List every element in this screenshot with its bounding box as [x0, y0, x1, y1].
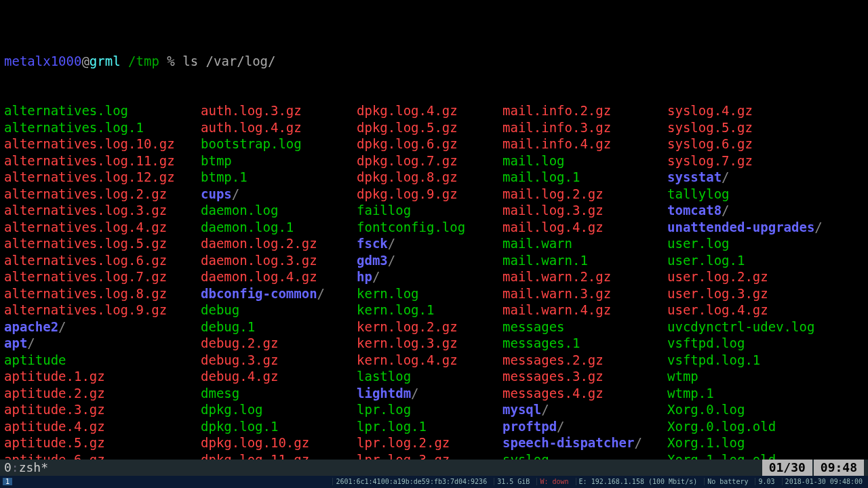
ls-entry: kern.log — [357, 285, 502, 302]
dir-entry: fsck — [357, 236, 388, 251]
ls-entry: kern.log.4.gz — [357, 352, 502, 369]
archive-entry: syslog.7.gz — [667, 153, 753, 168]
ls-entry: vsftpd.log — [667, 335, 745, 352]
ls-entry: tomcat8/ — [667, 202, 730, 219]
file-entry: vsftpd.log — [667, 336, 745, 350]
file-entry: wtmp — [667, 369, 698, 384]
file-entry: uvcdynctrl-udev.log — [667, 319, 814, 334]
ls-row: alternatives.log.12.gzbtmp.1dpkg.log.8.g… — [4, 169, 864, 186]
ls-entry: dmesg — [201, 385, 357, 402]
ls-row: apt/debug.2.gzkern.log.3.gzmessages.1vsf… — [4, 335, 864, 352]
archive-entry: alternatives.log.11.gz — [4, 153, 175, 168]
dir-slash: / — [722, 169, 729, 184]
ls-entry: dpkg.log.6.gz — [357, 136, 502, 152]
archive-entry: alternatives.log.12.gz — [4, 169, 175, 184]
ls-entry: dpkg.log.9.gz — [357, 186, 502, 203]
workspace-indicator[interactable]: 1 — [3, 476, 15, 488]
archive-entry: mail.log.3.gz — [502, 203, 604, 218]
file-entry: faillog — [357, 203, 411, 218]
dir-slash: / — [634, 435, 642, 450]
status-left: 0:zsh* — [4, 460, 48, 476]
ls-entry: alternatives.log.3.gz — [4, 202, 201, 219]
dir-slash: / — [411, 386, 418, 401]
archive-entry: aptitude.2.gz — [4, 386, 105, 401]
archive-entry: mail.log.2.gz — [502, 186, 604, 201]
archive-entry: mail.info.4.gz — [502, 136, 611, 151]
ls-row: alternatives.log.7.gzdaemon.log.4.gzhp/m… — [4, 268, 864, 285]
ls-entry: aptitude.4.gz — [4, 418, 201, 435]
ls-entry: mail.info.2.gz — [502, 102, 667, 119]
file-entry: dmesg — [201, 386, 239, 401]
file-entry: Xorg.0.log.old — [667, 419, 776, 434]
dir-slash: / — [388, 253, 395, 268]
ls-entry: syslog.7.gz — [667, 152, 753, 169]
ls-entry: hp/ — [357, 268, 502, 285]
ls-entry: wtmp.1 — [667, 385, 714, 402]
ls-row: alternatives.log.8.gzdbconfig-common/ker… — [4, 285, 864, 302]
ls-row: aptitude.2.gzdmesglightdm/messages.4.gzw… — [4, 385, 864, 402]
datetime-segment: 2018-01-30 09:48:00 — [782, 478, 865, 485]
battery-segment: No battery — [704, 478, 751, 485]
archive-entry: alternatives.log.5.gz — [4, 236, 167, 251]
i3-statusbar: 1 2601:6c1:4100:a19b:de59:fb3:7d04:9236 … — [0, 476, 868, 488]
ls-entry: daemon.log — [201, 202, 357, 219]
archive-entry: daemon.log.2.gz — [201, 236, 317, 251]
window-name: zsh* — [19, 460, 48, 474]
ls-entry: mail.warn — [502, 235, 667, 252]
ls-entry: alternatives.log.5.gz — [4, 235, 201, 252]
prompt-at: @ — [81, 54, 89, 68]
dir-entry: tomcat8 — [667, 203, 722, 218]
ls-entry: user.log.2.gz — [667, 268, 768, 285]
prompt-user: metalx1000 — [4, 54, 81, 68]
ls-entry: gdm3/ — [357, 252, 502, 269]
archive-entry: alternatives.log.9.gz — [4, 302, 167, 317]
archive-entry: aptitude.5.gz — [4, 435, 105, 450]
ls-entry: apt/ — [4, 335, 201, 352]
ls-row: alternatives.logauth.log.3.gzdpkg.log.4.… — [4, 102, 864, 119]
dir-entry: apt — [4, 336, 27, 350]
file-entry: messages — [502, 319, 565, 334]
archive-entry: alternatives.log.10.gz — [4, 136, 175, 151]
ls-entry: lpr.log.2.gz — [357, 434, 502, 451]
dir-entry: hp — [357, 269, 372, 284]
archive-entry: user.log.4.gz — [667, 302, 768, 317]
dir-slash: / — [58, 319, 66, 334]
ls-entry: dpkg.log.7.gz — [357, 152, 502, 169]
dir-entry: speech-dispatcher — [502, 435, 634, 450]
prompt-line-1: metalx1000@grml /tmp % ls /var/log/ — [4, 36, 864, 69]
file-entry: fontconfig.log — [357, 220, 465, 235]
dir-entry: sysstat — [667, 169, 722, 184]
file-entry: lastlog — [357, 369, 411, 384]
archive-entry: dpkg.log.10.gz — [201, 435, 309, 450]
ls-entry: bootstrap.log — [201, 136, 357, 152]
ls-entry: faillog — [357, 202, 502, 219]
ls-entry: kern.log.1 — [357, 302, 502, 319]
ls-entry: vsftpd.log.1 — [667, 352, 760, 369]
ls-entry: user.log.4.gz — [667, 302, 768, 319]
dir-slash: / — [814, 220, 822, 235]
file-entry: mail.log — [502, 153, 565, 168]
ls-entry: lpr.log — [357, 401, 502, 418]
archive-entry: aptitude.4.gz — [4, 419, 105, 434]
ls-entry: btmp.1 — [201, 169, 357, 186]
ls-entry: alternatives.log.7.gz — [4, 268, 201, 285]
ls-entry: debug — [201, 302, 357, 319]
archive-entry: dpkg.log.6.gz — [357, 136, 458, 151]
ls-entry: alternatives.log.8.gz — [4, 285, 201, 302]
ls-entry: daemon.log.1 — [201, 219, 357, 236]
ls-entry: dpkg.log.5.gz — [357, 119, 502, 136]
status-right: 01/30 09:48 — [762, 460, 864, 476]
ls-row: alternatives.log.6.gzdaemon.log.3.gzgdm3… — [4, 252, 864, 269]
command-text: ls /var/log/ — [182, 54, 275, 68]
terminal[interactable]: metalx1000@grml /tmp % ls /var/log/ alte… — [0, 0, 868, 488]
file-entry: user.log — [667, 236, 730, 251]
ls-entry: aptitude.1.gz — [4, 368, 201, 385]
prompt-symbol: % — [167, 54, 174, 68]
ls-row: alternatives.log.5.gzdaemon.log.2.gzfsck… — [4, 235, 864, 252]
ls-row: aptitude.4.gzdpkg.log.1lpr.log.1proftpd/… — [4, 418, 864, 435]
archive-entry: syslog.4.gz — [667, 103, 753, 118]
ls-row: aptitude.3.gzdpkg.loglpr.logmysql/Xorg.0… — [4, 401, 864, 418]
file-entry: mail.warn — [502, 236, 572, 251]
ls-entry: mail.warn.2.gz — [502, 268, 667, 285]
ls-row: apache2/debug.1kern.log.2.gzmessagesuvcd… — [4, 319, 864, 336]
